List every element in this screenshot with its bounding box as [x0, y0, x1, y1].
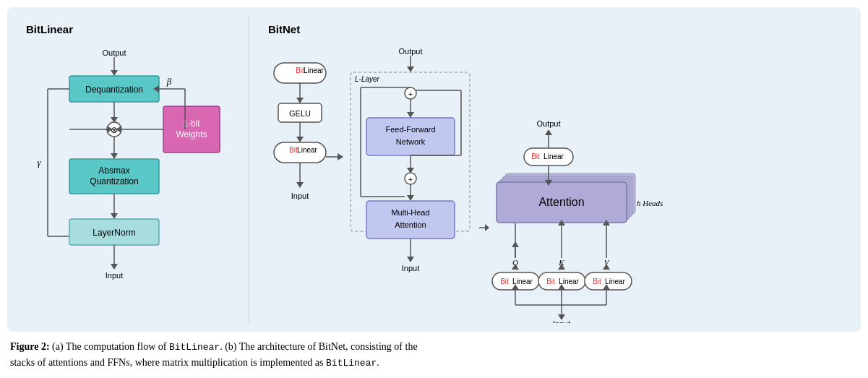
svg-rect-70 — [366, 201, 455, 239]
svg-text:Absmax: Absmax — [98, 166, 129, 176]
svg-text:GELU: GELU — [289, 109, 311, 118]
svg-marker-54 — [407, 66, 414, 72]
svg-text:Linear: Linear — [559, 278, 579, 285]
svg-text:Dequantization: Dequantization — [85, 85, 143, 95]
svg-text:1-bit: 1-bit — [183, 119, 200, 129]
main-container: BitLinear Output Dequantization β — [7, 7, 861, 370]
svg-text:Quantization: Quantization — [90, 176, 138, 186]
diagrams-row: BitLinear Output Dequantization β — [7, 7, 861, 332]
svg-text:Network: Network — [396, 137, 426, 146]
bitnet-middle-svg: Output L-Layer + — [340, 41, 481, 330]
bitlinear-title: BitLinear — [26, 23, 230, 35]
bitlinear-panel: BitLinear Output Dequantization β — [16, 16, 240, 323]
svg-marker-69 — [407, 195, 414, 201]
svg-text:⊗: ⊗ — [111, 125, 118, 135]
svg-text:Bit: Bit — [593, 278, 601, 285]
svg-text:Linear: Linear — [605, 278, 625, 285]
caption-part-c: stacks of attentions and FFNs, where mat… — [10, 357, 326, 368]
svg-marker-20 — [111, 153, 118, 159]
figure-caption: Figure 2: (a) The computation flow of Bi… — [7, 339, 861, 370]
svg-text:Feed-Forward: Feed-Forward — [385, 125, 435, 134]
svg-text:L-Layer: L-Layer — [355, 75, 380, 83]
left-to-middle-arrow — [326, 150, 344, 167]
middle-to-right-arrow — [479, 222, 491, 236]
bitnet-left-col: Bit Linear GELU Bit — [268, 41, 333, 312]
svg-marker-45 — [296, 137, 304, 142]
svg-text:Bit: Bit — [546, 278, 555, 285]
svg-text:Attention: Attention — [538, 196, 584, 208]
svg-marker-60 — [407, 112, 414, 118]
svg-marker-96 — [545, 129, 552, 135]
figure-label: Figure 2: — [10, 341, 50, 352]
svg-marker-30 — [111, 213, 118, 219]
caption-part-a: (a) The computation flow of — [52, 341, 169, 352]
svg-text:Output: Output — [536, 119, 560, 128]
svg-text:Output: Output — [102, 48, 126, 57]
svg-text:Linear: Linear — [543, 153, 564, 160]
bitnet-middle-col: Output L-Layer + — [340, 41, 481, 333]
svg-text:β: β — [166, 76, 172, 87]
svg-text:Weights: Weights — [176, 129, 207, 139]
svg-text:Bit: Bit — [500, 278, 509, 285]
svg-rect-61 — [366, 118, 455, 155]
bitlinear-svg: Output Dequantization β ⊗ — [26, 41, 228, 309]
svg-marker-83 — [338, 153, 343, 160]
svg-text:Linear: Linear — [304, 66, 324, 74]
svg-text:Linear: Linear — [512, 278, 533, 285]
svg-text:Input: Input — [106, 271, 123, 280]
svg-text:Input: Input — [291, 192, 309, 200]
svg-text:Multi-Head: Multi-Head — [391, 208, 429, 217]
panel-divider — [249, 16, 249, 323]
bitlinear-code-a: BitLinear — [169, 342, 220, 353]
caption-part-b: . (b) The architecture of BitNet, consis… — [220, 341, 417, 352]
svg-marker-50 — [296, 182, 304, 188]
bitnet-panel: BitNet Bit Linear GELU — [258, 16, 852, 323]
svg-text:Bit: Bit — [531, 153, 540, 160]
svg-text:Output: Output — [398, 47, 422, 56]
svg-text:Input: Input — [553, 319, 570, 323]
svg-marker-34 — [111, 264, 118, 270]
svg-text:Attention: Attention — [395, 220, 426, 229]
svg-text:+: + — [408, 90, 413, 98]
svg-marker-2 — [111, 70, 118, 76]
svg-text:h Heads: h Heads — [637, 199, 663, 207]
svg-text:+: + — [408, 175, 413, 184]
bitnet-right-col: Attention h Heads Bit Linear — [485, 41, 695, 326]
svg-marker-134 — [485, 224, 489, 231]
bitlinear-code-c: BitLinear — [326, 358, 377, 369]
bitnet-left-svg: Bit Linear GELU Bit — [268, 41, 333, 309]
attention-svg: Attention h Heads Bit Linear — [485, 41, 695, 323]
svg-marker-74 — [407, 257, 414, 262]
svg-text:Linear: Linear — [297, 146, 317, 154]
caption-part-d: . — [377, 357, 379, 368]
svg-text:LayerNorm: LayerNorm — [93, 228, 135, 238]
bitnet-title: BitNet — [268, 23, 842, 35]
svg-marker-41 — [296, 98, 304, 103]
svg-text:γ: γ — [37, 157, 41, 168]
svg-text:Input: Input — [402, 264, 419, 272]
